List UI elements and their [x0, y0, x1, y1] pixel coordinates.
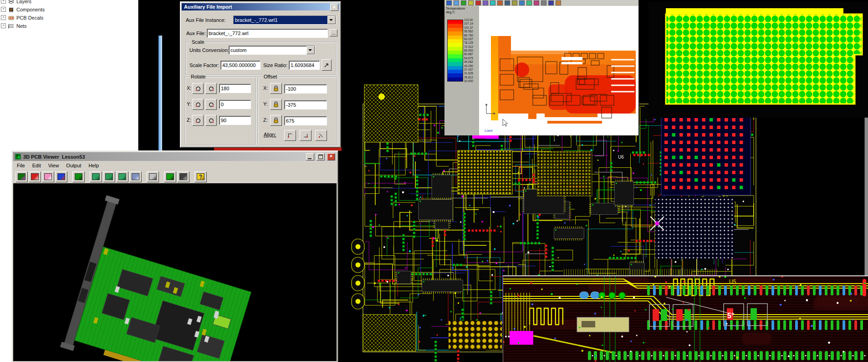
thermal-tool-icon-11[interactable]: [526, 0, 532, 5]
heatmap-bracket: [491, 36, 498, 120]
thermal-tool-icon-14[interactable]: [548, 0, 554, 5]
thermal-tool-icon-6[interactable]: [490, 0, 495, 5]
toolbar-open-board-icon[interactable]: [15, 171, 28, 182]
toolbar-help-icon[interactable]: ?: [194, 171, 207, 182]
rotate-y-cw-button[interactable]: [205, 99, 217, 110]
menu-output[interactable]: Output: [62, 162, 85, 169]
browse-button[interactable]: ...: [330, 29, 337, 36]
size-ratio-apply-button[interactable]: [322, 59, 332, 71]
rotate-z-cw-button[interactable]: [205, 115, 217, 126]
offset-y-input[interactable]: [285, 101, 327, 109]
toolbar-board-view-icon[interactable]: [72, 171, 85, 182]
colorbar-band: [448, 39, 463, 43]
rotate-x-cw-button[interactable]: [205, 83, 217, 94]
expand-plus-icon[interactable]: +: [1, 0, 6, 4]
scale-factor-input[interactable]: [221, 61, 260, 69]
menu-help[interactable]: Help: [85, 162, 102, 169]
viewer-window: 3D PCB Viewer Lesson53 FileEditViewOutpu…: [11, 150, 338, 362]
sidebar-item-nets[interactable]: +Nets: [1, 22, 133, 30]
pcb-detail-canvas[interactable]: U55°: [503, 276, 868, 362]
thermal-tool-icon-8[interactable]: [505, 0, 510, 5]
toolbar-probe-icon-glyph: [179, 173, 187, 180]
offset-x-lock-button[interactable]: [270, 83, 282, 94]
screen-edge-scroll-strip[interactable]: [864, 118, 868, 275]
size-ratio-input[interactable]: [289, 61, 319, 69]
sidebar-item-layers[interactable]: +Layers: [1, 0, 133, 5]
expand-plus-icon[interactable]: +: [1, 15, 6, 20]
thermal-tool-icon-10[interactable]: [519, 0, 525, 5]
thermal-tool-icon-0[interactable]: [446, 0, 452, 5]
menu-view[interactable]: View: [45, 162, 63, 169]
toolbar-bottom-view-icon[interactable]: [103, 171, 115, 182]
sidebar-item-pcb-decals[interactable]: +PCB Decals: [1, 14, 133, 21]
menu-file[interactable]: File: [13, 162, 29, 169]
expand-plus-icon[interactable]: +: [1, 7, 6, 12]
colorbar-band: [448, 66, 463, 70]
legend-value: 66.500: [464, 49, 473, 52]
thermal-tool-icon-7[interactable]: [497, 0, 503, 5]
chevron-down-icon[interactable]: [327, 16, 336, 24]
toolbar-mesh-view-icon[interactable]: [129, 171, 142, 182]
rotate-x-input[interactable]: [220, 84, 250, 93]
offset-z-lock-button[interactable]: [270, 115, 282, 126]
legend-value: 37.437: [464, 68, 473, 71]
rotate-z-ccw-button[interactable]: [192, 115, 204, 126]
toolbar-top-view-icon[interactable]: [90, 171, 102, 182]
menu-edit[interactable]: Edit: [29, 162, 45, 169]
rotate-x-field-wrap: [219, 84, 251, 93]
aux-file-instance-combo[interactable]: bracket_-_772.wrl1: [233, 16, 336, 25]
thermal-tool-icon-13[interactable]: [541, 0, 546, 5]
viewer-titlebar[interactable]: 3D PCB Viewer Lesson53: [13, 152, 337, 161]
thermal-tool-icon-12[interactable]: [534, 0, 539, 5]
dot-grid-canvas[interactable]: [648, 2, 868, 118]
pcb-detail-window: U55°: [503, 275, 868, 362]
toolbar-select-pointer-icon[interactable]: [29, 171, 41, 182]
toolbar-pan-pointer-icon[interactable]: [42, 171, 54, 182]
thermal-heatmap-canvas[interactable]: Liant: [479, 6, 638, 135]
thermal-tool-icon-4[interactable]: [475, 0, 481, 5]
minimize-button[interactable]: [306, 153, 314, 160]
offset-y-field-wrap: [284, 100, 327, 109]
expand-plus-icon[interactable]: +: [1, 23, 6, 28]
toolbar-layers-icon[interactable]: [55, 171, 67, 182]
thermal-tool-icon-9[interactable]: [512, 0, 517, 5]
offset-y-lock-button[interactable]: [270, 99, 282, 110]
rotate-x-ccw-button[interactable]: [192, 83, 204, 94]
colorbar-band: [448, 31, 463, 35]
sidebar-item-label: Components: [16, 7, 45, 12]
toolbar-rotate-view-icon[interactable]: [147, 171, 159, 182]
toolbar-board-small-icon[interactable]: [164, 171, 176, 182]
close-button[interactable]: [327, 153, 335, 160]
toolbar-open-board-icon-glyph: [18, 173, 26, 180]
rotate-y-ccw-button[interactable]: [192, 99, 204, 110]
thermal-tool-icon-15[interactable]: [556, 0, 561, 5]
rotate-y-input[interactable]: [220, 100, 250, 109]
import-dialog: Auxiliary File Import × Aux File Instanc…: [180, 1, 341, 148]
units-conversion-combo[interactable]: custom: [229, 46, 315, 55]
dialog-titlebar[interactable]: Auxiliary File Import ×: [182, 3, 339, 10]
thermal-tool-icon-5[interactable]: [483, 0, 488, 5]
align-corner-icon: [287, 132, 293, 139]
thermal-tool-icon-1[interactable]: [454, 0, 459, 5]
size-ratio-field-wrap: [289, 61, 320, 70]
align-bottom-right-button[interactable]: [300, 130, 311, 141]
toolbar-probe-icon[interactable]: [177, 171, 189, 182]
aux-file-input[interactable]: [207, 29, 327, 37]
chevron-down-icon[interactable]: [306, 46, 315, 54]
thermal-tool-icon-3[interactable]: [468, 0, 474, 5]
offset-z-input[interactable]: [285, 117, 327, 125]
size-ratio-label: Size Ratio:: [263, 62, 287, 68]
legend-value: 89.750: [464, 34, 473, 37]
align-diagonal-button[interactable]: [315, 130, 327, 141]
sidebar-item-components[interactable]: +Components: [1, 5, 133, 13]
thermal-tool-icon-2[interactable]: [461, 0, 466, 5]
close-icon[interactable]: ×: [330, 4, 338, 11]
viewer-3d-viewport[interactable]: [13, 183, 337, 361]
align-top-left-button[interactable]: [284, 130, 296, 141]
dot-grid-window: [648, 2, 868, 118]
offset-x-input[interactable]: [285, 85, 327, 93]
rotate-z-input[interactable]: [220, 116, 250, 124]
toolbar-iso-view-icon[interactable]: [116, 171, 128, 182]
nets-icon: [8, 23, 15, 29]
maximize-button[interactable]: [317, 153, 325, 160]
